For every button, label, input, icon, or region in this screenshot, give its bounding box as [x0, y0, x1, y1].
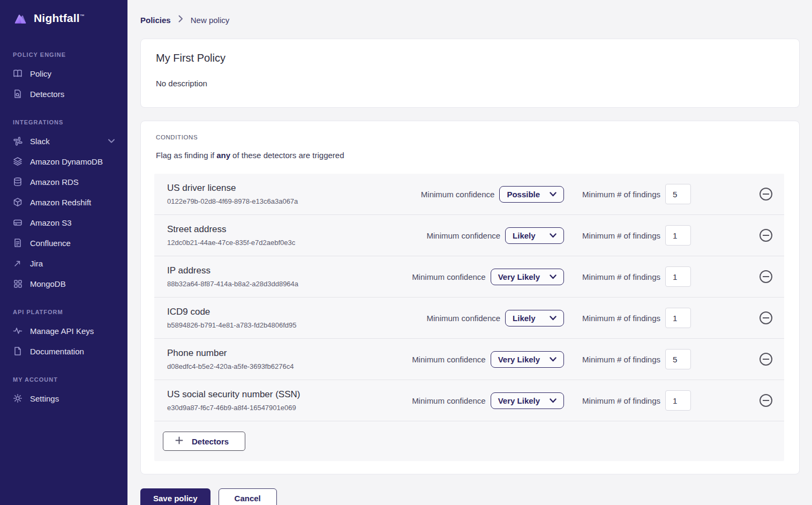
database-icon: [13, 177, 22, 187]
sidebar-item-confluence[interactable]: Confluence: [0, 233, 127, 253]
remove-detector-button[interactable]: [760, 353, 772, 366]
confidence-value: Possible: [507, 190, 540, 199]
section-policy-engine: POLICY ENGINE Policy Detectors: [0, 44, 127, 104]
min-confidence-label: Minimum confidence: [427, 231, 501, 240]
chevron-down-icon: [550, 398, 557, 403]
detector-row: Street address 12dc0b21-44ae-47ce-835f-e…: [154, 215, 784, 256]
main-content: Policies New policy My First Policy No d…: [127, 0, 812, 505]
gear-icon: [13, 393, 22, 403]
confidence-select[interactable]: Likely: [505, 310, 564, 326]
section-heading: MY ACCOUNT: [0, 369, 127, 388]
min-findings-label: Minimum # of findings: [582, 190, 660, 199]
findings-count-input[interactable]: [665, 308, 691, 328]
sidebar-item-documentation[interactable]: Documentation: [0, 341, 127, 361]
sidebar-item-amazon-s3[interactable]: Amazon S3: [0, 212, 127, 233]
brand[interactable]: Nightfall™: [0, 12, 127, 25]
sidebar-item-label: Documentation: [30, 347, 84, 356]
chevron-down-icon: [550, 274, 557, 279]
confidence-select[interactable]: Very Likely: [491, 269, 564, 285]
section-heading: API PLATFORM: [0, 301, 127, 321]
conditions-flag-sentence: Flag as finding ifanyof these detectors …: [141, 151, 799, 160]
findings-count-input[interactable]: [665, 266, 691, 287]
save-policy-button[interactable]: Save policy: [140, 488, 210, 505]
findings-count-input[interactable]: [665, 184, 691, 204]
sidebar-item-policy[interactable]: Policy: [0, 63, 127, 84]
section-my-account: MY ACCOUNT Settings: [0, 369, 127, 409]
book-icon: [13, 69, 22, 78]
sidebar-item-settings[interactable]: Settings: [0, 388, 127, 409]
findings-count-input[interactable]: [665, 349, 691, 369]
detector-info: US driver license 0122e79b-02d8-4f69-897…: [167, 183, 322, 205]
detector-controls: Minimum confidence Very Likely Minimum #…: [412, 390, 772, 411]
cancel-button[interactable]: Cancel: [219, 488, 277, 505]
detector-name: US driver license: [167, 183, 322, 194]
breadcrumb: Policies New policy: [140, 15, 800, 25]
confidence-select[interactable]: Likely: [505, 227, 564, 244]
min-findings-label: Minimum # of findings: [582, 396, 660, 405]
confidence-select[interactable]: Very Likely: [491, 351, 564, 368]
chevron-right-icon: [178, 15, 183, 25]
remove-detector-button[interactable]: [760, 229, 772, 242]
detector-row: IP address 88b32a64-8f87-414a-b8a2-a28d3…: [154, 256, 784, 298]
detector-uuid: e30d9a87-f6c7-46b9-a8f4-16547901e069: [167, 404, 322, 412]
chevron-down-icon: [550, 357, 557, 362]
detector-row: US social security number (SSN) e30d9a87…: [154, 380, 784, 421]
section-heading: POLICY ENGINE: [0, 44, 127, 63]
footer-actions: Save policy Cancel: [140, 488, 800, 505]
min-confidence-label: Minimum confidence: [421, 190, 495, 199]
sidebar-item-label: Amazon Redshift: [30, 198, 91, 207]
sidebar-item-manage-api-keys[interactable]: Manage API Keys: [0, 321, 127, 341]
detector-info: Street address 12dc0b21-44ae-47ce-835f-e…: [167, 224, 322, 247]
sidebar: Nightfall™ POLICY ENGINE Policy Detector…: [0, 0, 127, 505]
sidebar-item-detectors[interactable]: Detectors: [0, 84, 127, 104]
plus-icon: [175, 436, 183, 446]
sidebar-item-slack[interactable]: Slack: [0, 131, 127, 151]
drive-icon: [13, 218, 22, 227]
sidebar-item-label: Slack: [30, 137, 50, 146]
detector-controls: Minimum confidence Likely Minimum # of f…: [427, 225, 772, 246]
detector-uuid: 12dc0b21-44ae-47ce-835f-e7d2aebf0e3c: [167, 239, 322, 247]
remove-detector-button[interactable]: [760, 394, 772, 407]
sidebar-item-amazon-redshift[interactable]: Amazon Redshift: [0, 192, 127, 212]
sidebar-item-label: Jira: [30, 259, 43, 268]
min-confidence-label: Minimum confidence: [412, 396, 486, 405]
min-confidence-label: Minimum confidence: [412, 355, 486, 364]
sidebar-item-amazon-rds[interactable]: Amazon RDS: [0, 172, 127, 192]
confidence-select[interactable]: Very Likely: [491, 392, 564, 409]
min-confidence-label: Minimum confidence: [427, 314, 501, 323]
add-detectors-button[interactable]: Detectors: [163, 432, 245, 451]
sidebar-item-label: Amazon RDS: [30, 177, 79, 187]
sidebar-item-amazon-dynamodb[interactable]: Amazon DynamoDB: [0, 151, 127, 172]
section-heading: INTEGRATIONS: [0, 112, 127, 131]
min-findings-label: Minimum # of findings: [582, 355, 660, 364]
min-confidence-label: Minimum confidence: [412, 272, 486, 281]
sidebar-item-label: Settings: [30, 394, 59, 403]
chevron-down-icon[interactable]: [108, 139, 115, 143]
policy-description: No description: [156, 79, 784, 88]
detector-controls: Minimum confidence Possible Minimum # of…: [421, 184, 772, 204]
chevron-down-icon: [550, 233, 557, 238]
min-findings-label: Minimum # of findings: [582, 231, 660, 240]
add-detectors-row: Detectors: [154, 421, 784, 461]
detector-uuid: 88b32a64-8f87-414a-b8a2-a28d3dd8964a: [167, 280, 322, 288]
layers-icon: [13, 157, 22, 166]
sidebar-item-label: Confluence: [30, 239, 71, 248]
detector-info: ICD9 code b5894826-b791-4e81-a783-fd2b48…: [167, 307, 322, 329]
sidebar-item-mongodb[interactable]: MongoDB: [0, 273, 127, 294]
confidence-value: Very Likely: [498, 396, 540, 405]
detector-name: US social security number (SSN): [167, 389, 322, 400]
sidebar-item-jira[interactable]: Jira: [0, 253, 127, 273]
detector-info: IP address 88b32a64-8f87-414a-b8a2-a28d3…: [167, 265, 322, 288]
remove-detector-button[interactable]: [760, 311, 772, 324]
min-findings-label: Minimum # of findings: [582, 314, 660, 323]
detector-name: ICD9 code: [167, 307, 322, 317]
findings-count-input[interactable]: [665, 390, 691, 411]
findings-count-input[interactable]: [665, 225, 691, 246]
confidence-select[interactable]: Possible: [499, 186, 564, 203]
detector-controls: Minimum confidence Very Likely Minimum #…: [412, 349, 772, 369]
remove-detector-button[interactable]: [760, 188, 772, 200]
remove-detector-button[interactable]: [760, 270, 772, 283]
sidebar-item-label: Manage API Keys: [30, 326, 94, 336]
confidence-value: Very Likely: [498, 272, 540, 281]
breadcrumb-policies-link[interactable]: Policies: [140, 16, 171, 25]
